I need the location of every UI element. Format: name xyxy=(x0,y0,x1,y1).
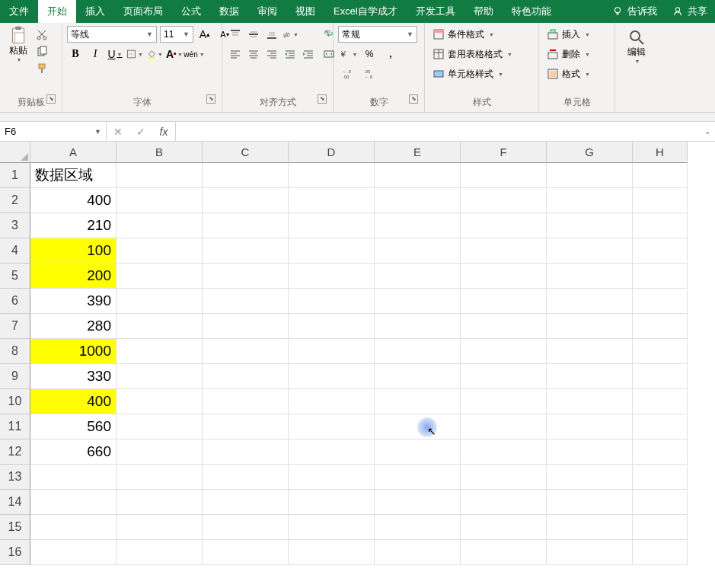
menu-tab-11[interactable]: 特色功能 xyxy=(503,0,560,23)
align-left-button[interactable] xyxy=(227,46,244,62)
cell-C4[interactable] xyxy=(203,238,289,264)
cell-E14[interactable] xyxy=(375,490,461,515)
cell-G6[interactable] xyxy=(547,289,633,314)
cell-E5[interactable] xyxy=(375,264,461,289)
cell-E4[interactable] xyxy=(375,238,461,264)
cell-B8[interactable] xyxy=(117,339,203,364)
cell-G5[interactable] xyxy=(547,264,633,289)
currency-button[interactable]: ¥▼ xyxy=(338,46,358,62)
cell-G15[interactable] xyxy=(547,515,633,540)
cell-D8[interactable] xyxy=(289,339,375,364)
menu-tab-5[interactable]: 数据 xyxy=(210,0,248,23)
cell-D9[interactable] xyxy=(289,364,375,389)
cell-A10[interactable]: 400 xyxy=(30,389,117,414)
cell-A2[interactable]: 400 xyxy=(30,188,117,213)
cell-D2[interactable] xyxy=(289,188,375,213)
cell-D14[interactable] xyxy=(289,490,375,515)
cell-D16[interactable] xyxy=(289,540,375,565)
cell-B4[interactable] xyxy=(117,238,203,264)
format-painter-button[interactable] xyxy=(35,62,49,75)
cell-B9[interactable] xyxy=(117,364,203,389)
cell-H5[interactable] xyxy=(633,264,688,289)
cell-H15[interactable] xyxy=(633,515,688,540)
cell-A1[interactable]: 数据区域 xyxy=(30,163,117,188)
cell-F1[interactable] xyxy=(461,163,547,188)
column-header-A[interactable]: A xyxy=(30,142,117,163)
cell-H8[interactable] xyxy=(633,339,688,364)
table-format-button[interactable]: 套用表格格式▼ xyxy=(429,46,516,62)
row-header-9[interactable]: 9 xyxy=(0,364,30,389)
cell-C1[interactable] xyxy=(203,163,289,188)
cell-A3[interactable]: 210 xyxy=(30,213,117,238)
cell-F13[interactable] xyxy=(461,465,547,490)
cell-H2[interactable] xyxy=(633,188,688,213)
cell-A16[interactable] xyxy=(30,540,117,565)
row-header-1[interactable]: 1 xyxy=(0,163,30,188)
font-name-combo[interactable]: 等线▼ xyxy=(67,26,157,43)
cell-B5[interactable] xyxy=(117,264,203,289)
align-right-button[interactable] xyxy=(263,46,280,62)
delete-cells-button[interactable]: 删除▼ xyxy=(544,46,593,62)
cell-H9[interactable] xyxy=(633,364,688,389)
share-button[interactable]: 共享 xyxy=(665,0,715,23)
decrease-decimal-button[interactable]: .00→.0 xyxy=(359,66,379,82)
cell-B16[interactable] xyxy=(117,540,203,565)
cell-E10[interactable] xyxy=(375,389,461,414)
row-header-7[interactable]: 7 xyxy=(0,314,30,339)
formula-input[interactable] xyxy=(176,122,700,141)
comma-button[interactable]: , xyxy=(381,46,401,62)
row-header-15[interactable]: 15 xyxy=(0,515,30,540)
paste-button[interactable]: 粘贴 ▼ xyxy=(5,26,32,62)
cell-F10[interactable] xyxy=(461,389,547,414)
cell-E11[interactable] xyxy=(375,414,461,439)
copy-button[interactable] xyxy=(35,46,49,58)
cell-C9[interactable] xyxy=(203,364,289,389)
alignment-launcher[interactable]: ⬊ xyxy=(318,94,327,104)
menu-tab-2[interactable]: 插入 xyxy=(76,0,114,23)
cell-H16[interactable] xyxy=(633,540,688,565)
column-header-F[interactable]: F xyxy=(461,142,547,163)
cell-H13[interactable] xyxy=(633,465,688,490)
cell-C2[interactable] xyxy=(203,188,289,213)
cell-G14[interactable] xyxy=(547,490,633,515)
cell-F7[interactable] xyxy=(461,314,547,339)
increase-decimal-button[interactable]: ←.0.00 xyxy=(338,66,358,82)
row-header-2[interactable]: 2 xyxy=(0,188,30,213)
border-button[interactable]: ▼ xyxy=(126,46,143,62)
cell-C6[interactable] xyxy=(203,289,289,314)
cell-F11[interactable] xyxy=(461,414,547,439)
cell-D12[interactable] xyxy=(289,439,375,465)
cell-G2[interactable] xyxy=(547,188,633,213)
cell-A14[interactable] xyxy=(30,490,117,515)
cell-G1[interactable] xyxy=(547,163,633,188)
row-header-13[interactable]: 13 xyxy=(0,465,30,490)
bold-button[interactable]: B xyxy=(67,46,84,62)
cell-E13[interactable] xyxy=(375,465,461,490)
column-header-D[interactable]: D xyxy=(289,142,375,163)
cell-A12[interactable]: 660 xyxy=(30,439,117,465)
cell-E12[interactable] xyxy=(375,439,461,465)
format-cells-button[interactable]: 格式▼ xyxy=(544,66,593,82)
cell-A4[interactable]: 100 xyxy=(30,238,117,264)
decrease-indent-button[interactable] xyxy=(282,46,298,62)
row-header-12[interactable]: 12 xyxy=(0,439,30,465)
tell-me[interactable]: 告诉我 xyxy=(605,0,665,23)
cell-H12[interactable] xyxy=(633,439,688,465)
cell-H1[interactable] xyxy=(633,163,688,188)
menu-tab-4[interactable]: 公式 xyxy=(172,0,210,23)
cell-style-button[interactable]: 单元格样式▼ xyxy=(429,66,516,82)
row-header-16[interactable]: 16 xyxy=(0,540,30,565)
menu-tab-8[interactable]: Excel自学成才 xyxy=(324,0,407,23)
menu-tab-10[interactable]: 帮助 xyxy=(464,0,503,23)
fill-color-button[interactable]: ▼ xyxy=(146,46,163,62)
cell-C15[interactable] xyxy=(203,515,289,540)
menu-tab-6[interactable]: 审阅 xyxy=(248,0,286,23)
cell-F16[interactable] xyxy=(461,540,547,565)
cell-E3[interactable] xyxy=(375,213,461,238)
cut-button[interactable] xyxy=(35,29,49,41)
align-bottom-button[interactable] xyxy=(263,26,280,43)
cell-B11[interactable] xyxy=(117,414,203,439)
cell-F15[interactable] xyxy=(461,515,547,540)
menu-tab-1[interactable]: 开始 xyxy=(38,0,76,23)
cell-B13[interactable] xyxy=(117,465,203,490)
